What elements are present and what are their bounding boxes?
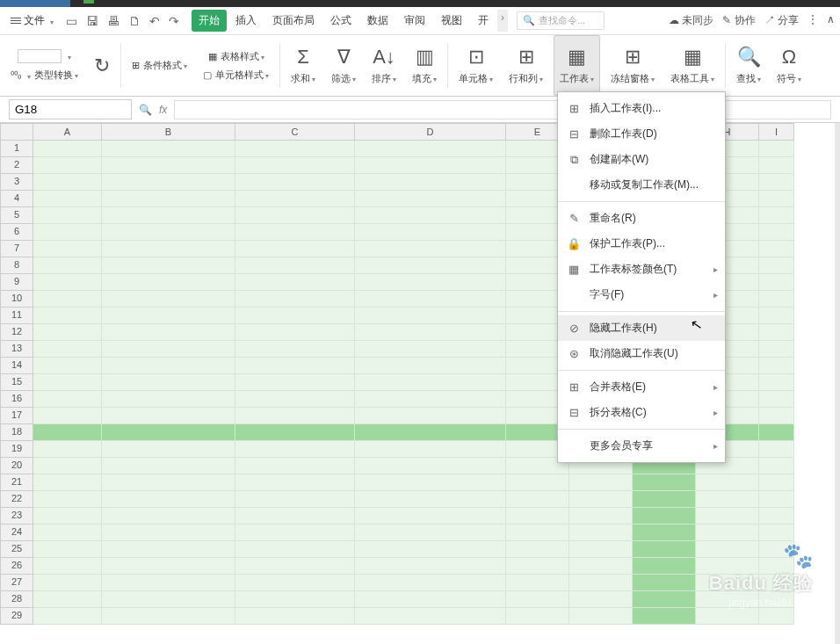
cell[interactable] (102, 274, 235, 291)
col-header-D[interactable]: D (355, 123, 506, 141)
cell[interactable] (696, 608, 759, 625)
cell[interactable] (355, 141, 506, 157)
row-header[interactable]: 2 (0, 157, 33, 174)
tab-review[interactable]: 审阅 (397, 10, 432, 32)
cell[interactable] (235, 591, 355, 608)
cell[interactable] (696, 508, 759, 525)
cell[interactable] (102, 591, 235, 608)
cell[interactable] (235, 558, 355, 575)
cell[interactable] (102, 324, 235, 341)
cell[interactable] (633, 575, 696, 591)
cell[interactable] (759, 141, 794, 157)
table-style-button[interactable]: ▦ 表格样式 (208, 50, 264, 63)
cell[interactable] (33, 207, 102, 224)
qat-undo-icon[interactable]: ↶ (149, 14, 160, 28)
cell[interactable] (102, 474, 235, 491)
cell[interactable] (235, 224, 355, 241)
cell[interactable] (759, 558, 794, 575)
cell[interactable] (506, 558, 569, 575)
row-header[interactable]: 25 (0, 541, 33, 558)
cell[interactable] (759, 391, 794, 408)
cell[interactable] (235, 525, 355, 541)
cell[interactable] (569, 474, 633, 491)
cell[interactable] (569, 541, 633, 558)
cell[interactable] (633, 591, 696, 608)
cell[interactable] (33, 274, 102, 291)
cell[interactable] (355, 224, 506, 241)
menu-item[interactable]: ⊟拆分表格(C) (558, 400, 725, 425)
cell[interactable] (759, 358, 794, 374)
cell[interactable] (235, 474, 355, 491)
cell[interactable] (759, 174, 794, 191)
row-header[interactable]: 3 (0, 174, 33, 191)
cell[interactable] (102, 157, 235, 174)
row-header[interactable]: 23 (0, 508, 33, 525)
cell[interactable] (235, 408, 355, 424)
tabletools-button[interactable]: ▦表格工具 (665, 35, 720, 96)
cell[interactable] (759, 224, 794, 241)
cell[interactable] (355, 257, 506, 274)
cell[interactable] (33, 257, 102, 274)
row-header[interactable]: 5 (0, 207, 33, 224)
cell[interactable] (33, 575, 102, 591)
cell[interactable] (33, 558, 102, 575)
cond-format-button[interactable]: ⊞ 条件格式 (132, 59, 187, 72)
qat-print-icon[interactable]: 🖶 (107, 14, 119, 28)
row-header[interactable]: 22 (0, 491, 33, 508)
menu-item[interactable]: ⊞合并表格(E) (558, 374, 725, 400)
cell[interactable] (569, 508, 633, 525)
cell[interactable] (235, 391, 355, 408)
cell[interactable] (759, 591, 794, 608)
cell[interactable] (759, 274, 794, 291)
cell[interactable] (33, 174, 102, 191)
cell[interactable] (633, 558, 696, 575)
cell[interactable] (102, 241, 235, 257)
cell[interactable] (355, 391, 506, 408)
cell[interactable] (33, 241, 102, 257)
row-header[interactable]: 13 (0, 341, 33, 358)
cell[interactable] (696, 558, 759, 575)
cell[interactable] (102, 291, 235, 308)
cell[interactable] (355, 358, 506, 374)
cell[interactable] (759, 458, 794, 474)
cell[interactable] (33, 458, 102, 474)
row-header[interactable]: 20 (0, 458, 33, 474)
cell[interactable] (355, 474, 506, 491)
menu-expand-icon[interactable]: ∧ (827, 13, 835, 28)
rowcol-button[interactable]: ⊞行和列 (503, 35, 548, 96)
cell[interactable] (506, 525, 569, 541)
cell[interactable] (33, 157, 102, 174)
qat-save-icon[interactable]: 🖫 (86, 14, 98, 28)
cell[interactable] (102, 358, 235, 374)
cell[interactable] (102, 558, 235, 575)
cell[interactable] (102, 174, 235, 191)
cell[interactable] (33, 474, 102, 491)
cell[interactable] (759, 541, 794, 558)
cell[interactable] (696, 474, 759, 491)
share-button[interactable]: ↗ 分享 (764, 13, 799, 28)
menu-item[interactable]: 更多会员专享 (558, 433, 725, 459)
col-header-B[interactable]: B (102, 123, 235, 141)
cell[interactable] (355, 291, 506, 308)
cell[interactable] (569, 591, 633, 608)
cell[interactable] (759, 341, 794, 358)
fx-label[interactable]: fx (159, 104, 167, 116)
menu-item[interactable]: 移动或复制工作表(M)... (558, 172, 725, 198)
cell[interactable] (633, 508, 696, 525)
collab-button[interactable]: ✎ 协作 (722, 13, 755, 28)
cell[interactable] (759, 324, 794, 341)
cell[interactable] (102, 141, 235, 157)
cell[interactable] (102, 341, 235, 358)
menu-more-icon[interactable]: ⋮ (807, 13, 818, 28)
cell[interactable] (235, 341, 355, 358)
cell[interactable] (569, 558, 633, 575)
cell[interactable] (102, 491, 235, 508)
row-header[interactable]: 29 (0, 608, 33, 625)
row-header[interactable]: 26 (0, 558, 33, 575)
cell[interactable] (33, 308, 102, 324)
cell[interactable] (235, 174, 355, 191)
qat-redo-icon[interactable]: ↷ (169, 14, 179, 28)
cell[interactable] (759, 308, 794, 324)
cell[interactable] (696, 491, 759, 508)
cell[interactable] (355, 374, 506, 391)
